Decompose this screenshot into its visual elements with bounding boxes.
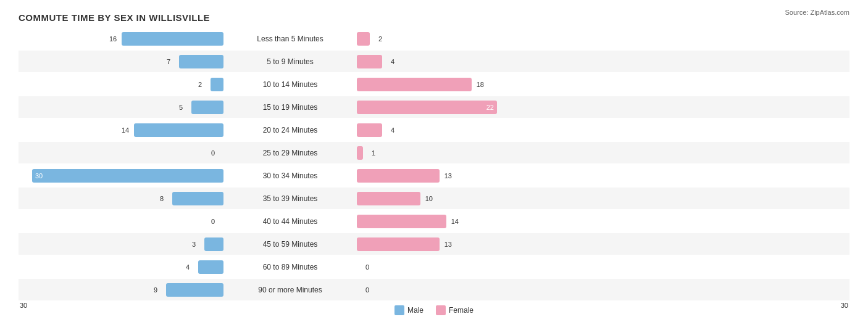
right-side: 18 <box>352 73 562 95</box>
row-label: 10 to 14 Minutes <box>228 80 352 89</box>
row-label: 90 or more Minutes <box>228 286 352 294</box>
male-bar: 9 <box>166 283 223 297</box>
bar-row: 30 30 to 34 Minutes 13 <box>19 165 849 186</box>
row-label: 45 to 59 Minutes <box>228 240 352 249</box>
left-side: 5 <box>19 96 228 118</box>
female-value: 4 <box>391 58 394 65</box>
left-side: 3 <box>19 233 228 255</box>
male-bar: 16 <box>122 32 223 46</box>
female-value: 0 <box>365 286 369 294</box>
row-label: 40 to 44 Minutes <box>228 217 352 226</box>
left-side: 0 <box>19 210 228 232</box>
bar-row: 8 35 to 39 Minutes 10 <box>19 188 849 209</box>
female-bar: 13 <box>357 237 440 251</box>
male-value: 14 <box>122 126 129 134</box>
row-label: 15 to 19 Minutes <box>228 103 352 112</box>
male-value: 0 <box>211 218 215 225</box>
right-side: 13 <box>352 165 562 186</box>
female-bar: 18 <box>357 78 472 91</box>
female-value: 22 <box>486 104 494 111</box>
male-value: 4 <box>186 263 190 271</box>
row-label: Less than 5 Minutes <box>228 35 352 43</box>
bar-row: 7 5 to 9 Minutes 4 <box>19 51 849 72</box>
male-value: 5 <box>179 104 183 111</box>
right-side: 13 <box>352 233 562 255</box>
bar-row: 2 10 to 14 Minutes 18 <box>19 73 849 95</box>
legend-male-label: Male <box>407 306 424 315</box>
right-side: 1 <box>352 142 562 163</box>
female-bar: 22 <box>357 101 497 114</box>
right-side: 10 <box>352 188 562 209</box>
male-bar: 30 <box>32 169 223 183</box>
female-bar: 13 <box>357 169 440 183</box>
bar-row: 3 45 to 59 Minutes 13 <box>19 233 849 255</box>
right-side: 14 <box>352 210 562 232</box>
male-value: 30 <box>35 172 43 180</box>
right-side: 22 <box>352 96 562 118</box>
left-side: 14 <box>19 119 228 141</box>
female-value: 10 <box>425 195 433 202</box>
female-value: 18 <box>477 81 484 88</box>
legend-male-box <box>394 305 404 315</box>
male-bar: 2 <box>211 78 223 91</box>
row-label: 60 to 89 Minutes <box>228 263 352 271</box>
legend-female-box <box>436 305 446 315</box>
left-side: 9 <box>19 279 228 300</box>
female-value: 1 <box>372 149 375 157</box>
left-side: 4 <box>19 256 228 278</box>
female-bar: 1 <box>357 146 363 160</box>
female-bar: 2 <box>357 32 370 46</box>
female-bar: 10 <box>357 192 420 205</box>
female-value: 13 <box>444 172 452 180</box>
male-bar: 4 <box>198 260 223 274</box>
female-value: 2 <box>378 35 382 43</box>
row-label: 35 to 39 Minutes <box>228 194 352 203</box>
female-value: 4 <box>391 126 394 134</box>
axis-labels: 30 Male Female 30 <box>19 302 849 315</box>
row-label: 5 to 9 Minutes <box>228 57 352 66</box>
right-side: 0 <box>352 256 562 278</box>
left-side: 2 <box>19 73 228 95</box>
female-bar: 4 <box>357 55 382 68</box>
bar-row: 9 90 or more Minutes 0 <box>19 279 849 300</box>
male-bar: 5 <box>191 101 223 114</box>
female-bar: 4 <box>357 123 382 137</box>
axis-left: 30 <box>20 302 27 315</box>
female-value: 13 <box>444 241 452 248</box>
male-bar: 8 <box>172 192 223 205</box>
female-value: 0 <box>365 263 369 271</box>
bar-row: 0 25 to 29 Minutes 1 <box>19 142 849 163</box>
bar-row: 4 60 to 89 Minutes 0 <box>19 256 849 278</box>
male-value: 7 <box>167 58 170 65</box>
legend: Male Female <box>394 305 474 315</box>
bar-row: 16 Less than 5 Minutes 2 <box>19 28 849 49</box>
left-side: 16 <box>19 28 228 49</box>
right-side: 4 <box>352 51 562 72</box>
chart-container: COMMUTE TIME BY SEX IN WILLISVILLE Sourc… <box>0 0 868 322</box>
male-value: 9 <box>154 286 157 294</box>
bar-row: 14 20 to 24 Minutes 4 <box>19 119 849 141</box>
male-value: 8 <box>160 195 164 202</box>
left-side: 0 <box>19 142 228 163</box>
female-bar: 14 <box>357 215 446 228</box>
left-side: 7 <box>19 51 228 72</box>
male-bar: 14 <box>134 123 223 137</box>
bar-row: 5 15 to 19 Minutes 22 <box>19 96 849 118</box>
row-label: 25 to 29 Minutes <box>228 149 352 157</box>
male-value: 16 <box>109 35 117 43</box>
left-side: 8 <box>19 188 228 209</box>
bar-row: 0 40 to 44 Minutes 14 <box>19 210 849 232</box>
right-side: 0 <box>352 279 562 300</box>
legend-female-label: Female <box>449 306 474 315</box>
row-label: 30 to 34 Minutes <box>228 171 352 180</box>
female-value: 14 <box>451 218 459 225</box>
male-bar: 7 <box>179 55 223 68</box>
bars-area: 16 Less than 5 Minutes 2 7 5 to 9 Minute… <box>19 28 849 300</box>
row-label: 20 to 24 Minutes <box>228 126 352 134</box>
male-value: 2 <box>198 81 202 88</box>
legend-male: Male <box>394 305 424 315</box>
right-side: 4 <box>352 119 562 141</box>
source-label: Source: ZipAtlas.com <box>785 9 849 16</box>
male-bar: 3 <box>204 237 223 251</box>
male-value: 0 <box>211 149 215 157</box>
